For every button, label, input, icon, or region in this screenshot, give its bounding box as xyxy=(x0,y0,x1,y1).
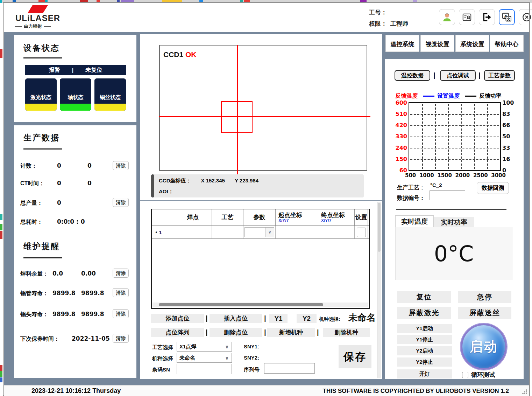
data-no-label: 数据编号： xyxy=(397,195,425,202)
col-weld-header: 焊点 xyxy=(174,209,212,225)
tab-realtime-temp[interactable]: 实时温度 xyxy=(395,215,434,227)
wire-status-tile[interactable]: 锡丝状态 xyxy=(94,78,126,111)
process-cell[interactable] xyxy=(212,226,243,238)
point-array-button[interactable]: 点位阵列 xyxy=(151,328,204,337)
ccd-status-badge: OK xyxy=(185,50,197,58)
col-param-header: 参数 xyxy=(243,209,276,225)
point-debug-button[interactable]: 点位调试 xyxy=(440,70,476,81)
total-output-clear-button[interactable]: 清除 xyxy=(113,198,129,207)
permission-value: 工程师 xyxy=(390,20,408,28)
y2-button[interactable]: Y2 xyxy=(297,314,317,323)
data-no-input[interactable] xyxy=(430,190,465,200)
axis-status-tile[interactable]: 轴状态 xyxy=(60,78,91,111)
status-bar: 2023-12-21 10:16:12 Thursday THIS SOFTWA… xyxy=(4,385,529,396)
resize-grip[interactable] xyxy=(522,389,527,394)
model-select[interactable]: 未命名 ∨ xyxy=(177,353,232,363)
barcode-input[interactable] xyxy=(177,364,232,374)
panel-vertical-scrollbar[interactable] xyxy=(377,202,381,378)
tab-help-center[interactable]: 帮助中心 xyxy=(490,35,524,52)
save-button[interactable]: 保存 xyxy=(339,345,371,368)
legend-line-blue xyxy=(423,96,434,97)
wire-status-label: 锡丝状态 xyxy=(94,94,126,101)
end-coord-cell[interactable] xyxy=(318,226,355,238)
data-backtrack-button[interactable]: 数据回溯 xyxy=(477,182,509,194)
id-badge-button[interactable] xyxy=(459,9,475,25)
y2-stop-button[interactable]: Y2停止 xyxy=(397,357,452,367)
temp-data-button[interactable]: 温控数据 xyxy=(395,70,430,81)
light-on-button[interactable]: 开灯 xyxy=(397,369,452,378)
model-select-combo-value: 未命名 xyxy=(179,355,195,361)
solder-remain-clear-button[interactable]: 清除 xyxy=(113,269,129,278)
y1-stop-button[interactable]: Y1停止 xyxy=(397,335,452,344)
row-settings-button[interactable] xyxy=(357,228,366,237)
axis-status-indicator xyxy=(60,104,91,111)
status-datetime: 2023-12-21 10:16:12 Thursday xyxy=(31,387,121,395)
process-select[interactable]: X1点焊 ∨ xyxy=(177,342,232,352)
chart-right-axis: 10083665033160 xyxy=(502,99,516,174)
permission-label: 权限： xyxy=(369,20,387,28)
tab-temp-control[interactable]: 温控系统 xyxy=(385,35,419,52)
logout-button[interactable] xyxy=(479,9,495,25)
checkbox-icon[interactable] xyxy=(462,372,468,378)
scrollbar-thumb[interactable] xyxy=(159,303,323,306)
col-end-header: 终点坐标 X/Y/7 xyxy=(318,209,355,225)
tab-realtime-power[interactable]: 实时功率 xyxy=(434,217,474,227)
tab-vision-settings[interactable]: 视觉设置 xyxy=(420,35,454,52)
process-name-label: 生产工艺： xyxy=(397,184,425,192)
translate-button[interactable]: A 文 xyxy=(499,9,515,25)
separator: | xyxy=(478,71,481,79)
vscrollbar-thumb[interactable] xyxy=(378,203,381,252)
cycle-test-checkbox-row[interactable]: 循环测试 xyxy=(462,371,495,379)
avatar-icon xyxy=(441,12,453,23)
add-point-button[interactable]: 添加点位 xyxy=(151,314,204,323)
col-end-title: 终点坐标 xyxy=(321,212,345,218)
weld-cell[interactable] xyxy=(174,226,212,238)
delete-model-button[interactable]: 删除机种 xyxy=(323,328,370,337)
app-window: ULiLASER 由力镭射 工号： 权限： 工程师 xyxy=(0,0,532,396)
wire-status-indicator xyxy=(94,104,126,111)
y1-start-button[interactable]: Y1启动 xyxy=(397,324,452,333)
total-output-label: 总产量： xyxy=(20,200,43,207)
count-clear-button[interactable]: 清除 xyxy=(113,161,129,170)
table-row[interactable]: ● 1 ∨ xyxy=(152,226,369,239)
maintenance-title: 维护提醒 xyxy=(23,241,60,252)
param-cell: ∨ xyxy=(243,226,276,238)
laser-status-indicator xyxy=(25,104,57,111)
mask-wire-button[interactable]: 屏蔽送丝 xyxy=(458,307,511,319)
realtime-temp-value: 0°C xyxy=(434,241,474,266)
alarm-bar[interactable]: 报警 | 未复位 xyxy=(25,65,126,75)
start-coord-cell[interactable] xyxy=(276,226,318,238)
tab-system-settings[interactable]: 系统设置 xyxy=(455,35,489,52)
tube-life-clear-button[interactable]: 清除 xyxy=(113,288,129,297)
insert-point-button[interactable]: 插入点位 xyxy=(210,314,262,323)
close-app-button[interactable] xyxy=(519,9,532,25)
tip-life-clear-button[interactable]: 清除 xyxy=(113,309,129,318)
laser-status-tile[interactable]: 激光状态 xyxy=(25,78,57,111)
serial-input[interactable] xyxy=(264,363,315,374)
next-maintain-clear-button[interactable]: 清除 xyxy=(113,334,129,343)
mask-laser-button[interactable]: 屏蔽激光 xyxy=(397,307,451,319)
tip-life-value-2: 9899.8 xyxy=(81,311,104,318)
estop-button[interactable]: 急停 xyxy=(458,291,511,303)
model-combo-label: 机种选择 xyxy=(152,355,173,362)
table-header-row: 焊点 工艺 参数 起点坐标 X/Y/7 终点坐标 X/Y/7 设置 xyxy=(152,209,369,226)
solder-remain-label: 焊料余量： xyxy=(20,270,48,278)
user-avatar-button[interactable] xyxy=(439,9,455,25)
param-dropdown[interactable]: ∨ xyxy=(244,227,274,237)
new-model-button[interactable]: 新增机种 xyxy=(267,328,315,337)
delete-point-button[interactable]: 删除点位 xyxy=(210,328,262,337)
y1-button[interactable]: Y1 xyxy=(269,314,288,323)
model-select-value: 未命名 xyxy=(348,312,376,324)
start-button[interactable]: 启动 xyxy=(461,324,507,370)
y2-start-button[interactable]: Y2启动 xyxy=(397,346,452,355)
device-status-title: 设备状态 xyxy=(23,43,60,54)
reset-button[interactable]: 复位 xyxy=(397,291,451,303)
ccd-camera-view[interactable]: CCD1 OK xyxy=(159,45,367,171)
row-marker-icon: ● xyxy=(155,230,157,234)
total-output-value: 0 xyxy=(57,199,61,206)
temp-control-panel: 温控数据 | 点位调试 | 工艺参数 反馈温度 设置温度 反馈功率 600510… xyxy=(385,59,524,379)
table-horizontal-scrollbar[interactable] xyxy=(152,303,368,307)
process-param-button[interactable]: 工艺参数 xyxy=(484,70,515,81)
chevron-down-icon: ∨ xyxy=(225,355,229,361)
chart-legend: 反馈温度 设置温度 反馈功率 xyxy=(395,92,514,100)
